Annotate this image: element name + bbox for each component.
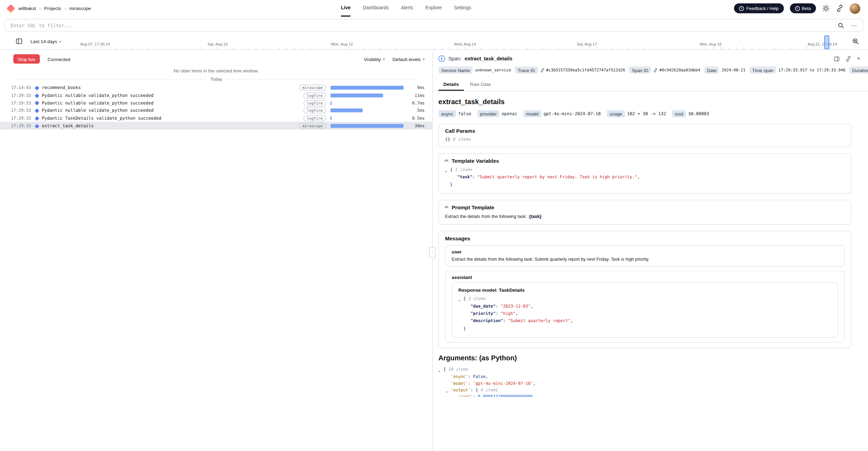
share-link-icon[interactable] bbox=[836, 4, 844, 12]
meta-badge: Span ID #9c942620aa93dbb4 bbox=[629, 67, 700, 74]
code-token: 'async' bbox=[451, 374, 468, 379]
stop-live-button[interactable]: Stop live bbox=[13, 54, 40, 63]
span-kind-icon bbox=[35, 116, 39, 120]
template-variables-json: ▾{ 1 items"task": "Submit quarterly repo… bbox=[445, 166, 845, 189]
breadcrumb: willbakst › Projects › mirascope bbox=[18, 6, 91, 11]
day-divider-label: Today bbox=[210, 77, 222, 82]
code-token: 0.00003329999999999996 bbox=[478, 394, 532, 397]
sidebar-toggle-icon[interactable] bbox=[16, 38, 23, 45]
span-header-name: extract_task_details bbox=[465, 56, 512, 61]
resize-handle[interactable]: ⋮ bbox=[429, 247, 436, 258]
trace-row[interactable]: 17:29:33 Pydantic nullable validate_pyth… bbox=[0, 107, 432, 114]
code-token: "2023-11-03" bbox=[500, 304, 530, 309]
trace-row[interactable]: 17:29:33 Pydantic TaskDetails validate_p… bbox=[0, 114, 432, 122]
call-params-empty: {} bbox=[445, 137, 450, 141]
code-token: "Submit quarterly report" bbox=[508, 319, 570, 323]
nav-live[interactable]: Live bbox=[341, 0, 351, 17]
duration-bar bbox=[330, 86, 403, 90]
nav-alerts[interactable]: Alerts bbox=[401, 0, 413, 17]
logo-icon[interactable] bbox=[7, 4, 15, 13]
beta-button[interactable]: i Beta bbox=[790, 3, 816, 13]
call-params-count: 0 items bbox=[453, 137, 471, 141]
duration-bar bbox=[330, 101, 331, 105]
detail-body: extract_task_details async false provide… bbox=[433, 91, 868, 397]
timeline[interactable]: Last 14 days ▾ Aug 07, 17:26:14Sat, Aug … bbox=[0, 34, 868, 50]
attribute-badge: async false bbox=[438, 110, 471, 117]
meta-value: 2024-08-21 bbox=[721, 68, 745, 72]
trace-row[interactable]: 17:29:33 Pydantic nullable validate_pyth… bbox=[0, 92, 432, 99]
timeline-selection-marker[interactable] bbox=[824, 36, 829, 49]
trace-row[interactable]: 17:14:43 recommend_books mirascope 9ms bbox=[0, 84, 432, 92]
duration-label: 5ms bbox=[405, 108, 425, 113]
close-icon[interactable]: × bbox=[857, 56, 860, 61]
user-message-text: Extract the details from the following t… bbox=[452, 257, 838, 262]
meta-value[interactable]: #9c942620aa93dbb4 bbox=[654, 68, 700, 72]
messages-card: Messages user Extract the details from t… bbox=[438, 231, 851, 348]
span-name: Pydantic nullable validate_python succee… bbox=[42, 108, 153, 113]
feedback-button[interactable]: i Feedback / Help bbox=[734, 3, 784, 13]
sql-filter-input[interactable] bbox=[10, 22, 831, 28]
code-token: : { bbox=[471, 388, 481, 392]
copy-link-icon[interactable] bbox=[845, 56, 851, 62]
nav-dashboards[interactable]: Dashboards bbox=[363, 0, 389, 17]
user-avatar[interactable] bbox=[850, 3, 860, 13]
span-kind-icon bbox=[35, 109, 39, 113]
code-token: : bbox=[496, 311, 500, 316]
visibility-label: Visibility bbox=[364, 56, 381, 62]
code-token: 3 items bbox=[468, 296, 486, 301]
timeline-tick: Aug 07, 17:26:14 bbox=[80, 42, 110, 46]
default-levels-dropdown[interactable]: Default levels ▾ bbox=[392, 56, 425, 62]
collapse-icon[interactable] bbox=[445, 159, 448, 163]
search-icon[interactable] bbox=[838, 22, 844, 28]
tab-details[interactable]: Details bbox=[438, 79, 464, 91]
breadcrumb-org[interactable]: willbakst bbox=[18, 6, 36, 11]
duration-label: 0.5ms bbox=[405, 116, 425, 121]
theme-toggle-icon[interactable] bbox=[822, 4, 830, 12]
span-name: Pydantic nullable validate_python succee… bbox=[42, 93, 153, 98]
zoom-in-icon[interactable] bbox=[852, 38, 859, 45]
code-token: : bbox=[468, 381, 473, 385]
beta-label: Beta bbox=[802, 6, 811, 11]
trace-row[interactable]: 17:29:33 extract_task_details mirascope … bbox=[0, 122, 432, 130]
nav-settings[interactable]: Settings bbox=[454, 0, 471, 17]
tab-raw-data[interactable]: Raw Data bbox=[465, 79, 496, 91]
info-icon: i bbox=[438, 56, 445, 62]
code-token: : bbox=[496, 304, 500, 309]
meta-value[interactable]: #c3b5157330ea5c1fd4572747af512d26 bbox=[540, 68, 625, 72]
connection-status: Connected bbox=[48, 56, 70, 62]
code-token: : bbox=[472, 174, 477, 179]
user-message: user Extract the details from the follow… bbox=[445, 245, 845, 267]
assistant-message: assistant Response model: TaskDetails ▾{… bbox=[445, 271, 845, 343]
time-range-dropdown[interactable]: Last 14 days ▾ bbox=[30, 39, 61, 44]
code-token: , bbox=[570, 319, 573, 323]
meta-label: Span ID bbox=[629, 67, 651, 74]
collapse-icon[interactable] bbox=[445, 206, 448, 210]
template-variables-card: Template Variables ▾{ 1 items"task": "Su… bbox=[438, 153, 851, 194]
visibility-dropdown[interactable]: Visibility ▾ bbox=[364, 56, 385, 62]
timeline-controls: Last 14 days ▾ bbox=[16, 38, 61, 45]
trace-time: 17:29:33 bbox=[11, 123, 34, 128]
code-token: "priority" bbox=[470, 311, 495, 316]
code-line: "priority": "high", bbox=[458, 310, 831, 318]
duration-bar-cell bbox=[330, 86, 405, 90]
breadcrumb-project-name[interactable]: mirascope bbox=[69, 6, 91, 11]
attribute-badge: provider openai bbox=[477, 110, 517, 117]
nav-explore[interactable]: Explore bbox=[426, 0, 442, 17]
open-panel-icon[interactable] bbox=[834, 56, 840, 62]
code-token: "task" bbox=[457, 174, 472, 179]
more-options-icon[interactable]: ⋯ bbox=[851, 22, 857, 28]
code-line: 'cost': 0.00003329999999999996, bbox=[438, 394, 851, 397]
brand: willbakst › Projects › mirascope bbox=[8, 5, 91, 11]
duration-label: 30ms bbox=[405, 123, 425, 128]
messages-title: Messages bbox=[445, 235, 845, 242]
span-detail-header: i Span: extract_task_details bbox=[433, 50, 868, 66]
trace-rows: 17:14:43 recommend_books mirascope 9ms 1… bbox=[0, 84, 432, 130]
trace-time: 17:29:33 bbox=[11, 93, 34, 98]
trace-row[interactable]: 17:29:33 Pydantic nullable validate_pyth… bbox=[0, 99, 432, 107]
meta-label: Trace ID bbox=[515, 67, 538, 74]
prompt-template-title: Prompt Template bbox=[452, 204, 494, 211]
meta-label: Service Name bbox=[438, 67, 473, 74]
link-icon[interactable] bbox=[654, 68, 658, 72]
link-icon[interactable] bbox=[540, 68, 545, 72]
breadcrumb-projects[interactable]: Projects bbox=[44, 6, 61, 11]
